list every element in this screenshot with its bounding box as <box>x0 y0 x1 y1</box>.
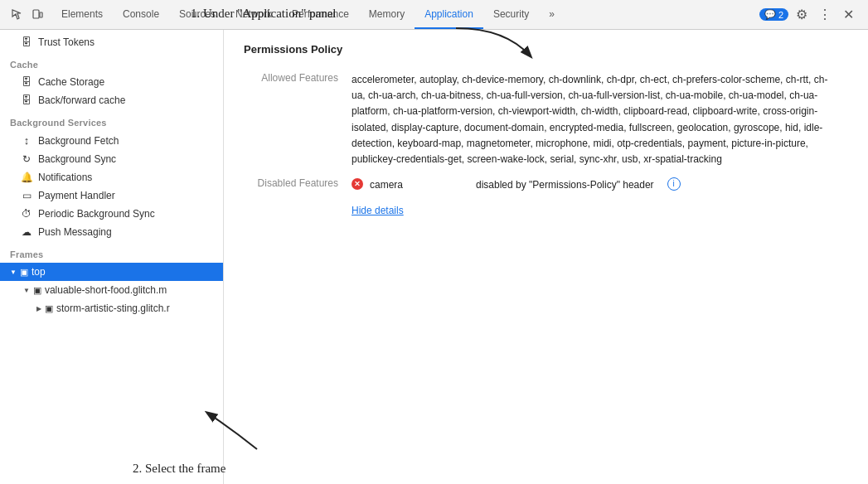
svg-rect-0 <box>33 10 39 18</box>
frame-top[interactable]: ▼ ▣ top <box>0 263 223 281</box>
frame-valuable-icon: ▣ <box>33 285 41 296</box>
trust-tokens-label: Trust Tokens <box>38 36 95 48</box>
disabled-reason: disabled by "Permissions-Policy" header <box>476 177 654 193</box>
periodic-sync-icon: ⏱ <box>20 208 33 220</box>
more-button[interactable]: ⋮ <box>815 5 835 25</box>
tab-application[interactable]: Application <box>415 0 483 29</box>
notifications-icon: 🔔 <box>20 172 33 183</box>
tab-performance[interactable]: Performance <box>282 0 359 29</box>
background-services-label: Background Services <box>0 109 223 131</box>
tab-sources[interactable]: Sources <box>169 0 225 29</box>
content-title: Permissions Policy <box>244 43 848 56</box>
error-icon: ✕ <box>352 178 363 190</box>
push-messaging-icon: ☁ <box>20 226 33 238</box>
tab-bar: Elements Console Sources Network Perform… <box>51 0 753 29</box>
hide-details-link[interactable]: Hide details <box>352 203 404 219</box>
frame-top-label: top <box>32 266 46 278</box>
periodic-sync-label: Periodic Background Sync <box>38 208 155 220</box>
tab-elements[interactable]: Elements <box>51 0 113 29</box>
sidebar-item-trust-tokens[interactable]: 🗄 Trust Tokens <box>0 33 223 51</box>
frame-valuable-triangle: ▼ <box>23 287 30 294</box>
cache-storage-label: Cache Storage <box>38 76 104 88</box>
tab-more[interactable]: » <box>539 0 565 29</box>
disabled-row: ✕ camera disabled by "Permissions-Policy… <box>352 177 841 193</box>
svg-rect-1 <box>40 12 42 17</box>
tab-memory[interactable]: Memory <box>359 0 415 29</box>
toolbar-left-icons <box>3 7 51 22</box>
sidebar-item-cache-storage[interactable]: 🗄 Cache Storage <box>0 73 223 91</box>
chat-icon: 💬 <box>764 9 776 20</box>
background-fetch-label: Background Fetch <box>38 135 119 147</box>
sidebar-item-periodic-sync[interactable]: ⏱ Periodic Background Sync <box>0 205 223 223</box>
inspect-icon[interactable] <box>10 7 25 22</box>
frame-valuable[interactable]: ▼ ▣ valuable-short-food.glitch.m <box>0 281 223 299</box>
frame-storm-triangle: ▶ <box>36 305 41 312</box>
disabled-features-value: ✕ camera disabled by "Permissions-Policy… <box>352 174 848 225</box>
background-sync-label: Background Sync <box>38 153 116 165</box>
sidebar-item-notifications[interactable]: 🔔 Notifications <box>0 168 223 186</box>
push-messaging-label: Push Messaging <box>38 226 112 238</box>
tab-console[interactable]: Console <box>113 0 169 29</box>
payment-handler-icon: ▭ <box>20 190 33 201</box>
trust-tokens-icon: 🗄 <box>20 36 33 48</box>
toolbar: Elements Console Sources Network Perform… <box>0 0 868 30</box>
frame-top-triangle: ▼ <box>10 269 17 276</box>
frames-section-label: Frames <box>0 241 223 263</box>
cache-section-label: Cache <box>0 51 223 73</box>
frame-storm[interactable]: ▶ ▣ storm-artistic-sting.glitch.r <box>0 299 223 317</box>
close-button[interactable]: ✕ <box>838 5 858 25</box>
allowed-features-label: Allowed Features <box>244 69 352 174</box>
background-fetch-icon: ↕ <box>20 134 33 147</box>
sidebar-item-background-sync[interactable]: ↻ Background Sync <box>0 150 223 168</box>
tab-security[interactable]: Security <box>483 0 539 29</box>
back-forward-label: Back/forward cache <box>38 94 125 106</box>
sidebar-item-payment-handler[interactable]: ▭ Payment Handler <box>0 186 223 205</box>
cache-storage-icon: 🗄 <box>20 76 33 88</box>
info-icon[interactable]: i <box>667 177 681 191</box>
payment-handler-label: Payment Handler <box>38 190 115 201</box>
device-icon[interactable] <box>30 7 45 22</box>
permissions-table: Allowed Features accelerometer, autoplay… <box>244 69 848 226</box>
toolbar-right: 💬 2 ⚙ ⋮ ✕ <box>753 5 865 25</box>
sidebar-item-push-messaging[interactable]: ☁ Push Messaging <box>0 223 223 241</box>
sidebar-item-background-fetch[interactable]: ↕ Background Fetch <box>0 131 223 150</box>
settings-button[interactable]: ⚙ <box>792 5 812 25</box>
frame-storm-label: storm-artistic-sting.glitch.r <box>56 302 170 314</box>
disabled-feature-name: camera <box>370 177 469 193</box>
badge-count: 2 <box>778 10 783 20</box>
content-area: Permissions Policy Allowed Features acce… <box>224 30 868 484</box>
main-layout: 🗄 Trust Tokens Cache 🗄 Cache Storage 🗄 B… <box>0 30 868 484</box>
frame-storm-icon: ▣ <box>45 303 53 314</box>
sidebar-item-back-forward-cache[interactable]: 🗄 Back/forward cache <box>0 91 223 109</box>
frame-valuable-label: valuable-short-food.glitch.m <box>45 284 167 296</box>
disabled-features-label: Disabled Features <box>244 174 352 225</box>
background-sync-icon: ↻ <box>20 153 33 165</box>
back-forward-icon: 🗄 <box>20 94 33 106</box>
allowed-features-value: accelerometer, autoplay, ch-device-memor… <box>352 69 848 174</box>
tab-network[interactable]: Network <box>225 0 282 29</box>
notifications-label: Notifications <box>38 172 92 183</box>
message-badge[interactable]: 💬 2 <box>759 8 788 21</box>
frame-top-icon: ▣ <box>20 267 28 278</box>
sidebar: 🗄 Trust Tokens Cache 🗄 Cache Storage 🗄 B… <box>0 30 224 484</box>
